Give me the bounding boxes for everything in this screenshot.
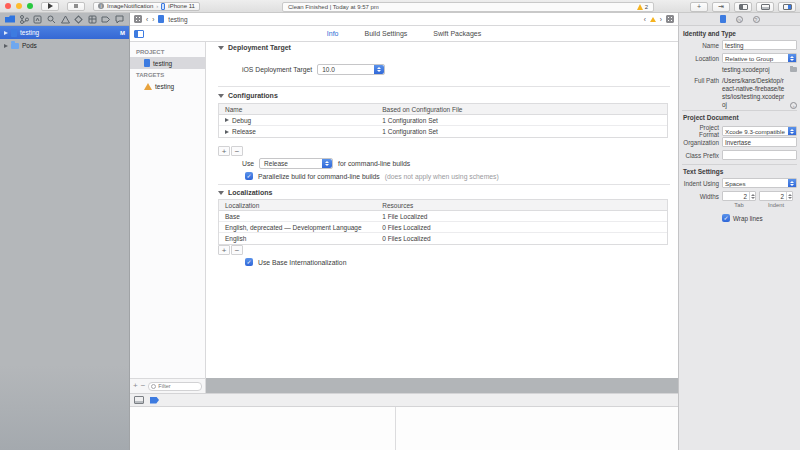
play-icon (48, 3, 53, 9)
reveal-in-finder-icon[interactable]: › (790, 102, 797, 109)
disclosure-icon[interactable] (225, 118, 229, 122)
divider (682, 110, 797, 111)
tab-build-settings[interactable]: Build Settings (365, 30, 408, 37)
disclosure-down-icon[interactable] (218, 191, 224, 195)
localizations-table: Localization Resources Base 1 File Local… (218, 199, 668, 245)
text-settings-header: Text Settings (683, 168, 723, 175)
forward-button[interactable]: › (152, 16, 154, 23)
source-control-navigator-icon[interactable] (20, 15, 29, 24)
tab-info[interactable]: Info (327, 30, 339, 37)
project-navigator-icon[interactable] (5, 15, 15, 23)
name-row: Name testing (679, 40, 800, 50)
target-item[interactable]: testing (130, 80, 205, 92)
toggle-debug-area-button[interactable] (756, 2, 774, 12)
section-configurations[interactable]: Configurations (218, 92, 278, 99)
navigator-item-label: testing (20, 29, 39, 36)
toggle-navigator-button[interactable] (734, 2, 752, 12)
wrap-lines-checkbox[interactable]: ✓ (722, 214, 730, 222)
location-select[interactable]: Relative to Group (722, 53, 797, 63)
tab-width-stepper[interactable]: 2 (722, 191, 756, 201)
dropdown-arrows-icon (788, 127, 796, 135)
report-navigator-icon[interactable] (115, 15, 124, 24)
find-navigator-icon[interactable] (47, 15, 56, 24)
quick-help-inspector-tab-icon[interactable]: ? (753, 16, 760, 23)
add-target-button[interactable]: + (133, 382, 138, 390)
project-format-select[interactable]: Xcode 9.3-compatible (722, 126, 797, 136)
jumpbar-file-name[interactable]: testing (168, 16, 187, 23)
test-navigator-icon[interactable] (74, 15, 83, 24)
related-items-icon[interactable] (134, 15, 142, 23)
disclosure-down-icon[interactable] (218, 46, 224, 50)
table-row[interactable]: English 0 Files Localized (219, 233, 667, 244)
remove-configuration-button[interactable]: − (231, 146, 243, 156)
project-item[interactable]: testing (130, 57, 205, 69)
previous-issue-button[interactable]: ‹ (644, 16, 646, 23)
section-deployment-target[interactable]: Deployment Target (218, 44, 291, 51)
symbol-navigator-icon[interactable] (33, 15, 42, 24)
targets-filter-bar: + − (130, 378, 206, 393)
disclosure-icon[interactable] (4, 44, 8, 48)
disclosure-icon[interactable] (4, 31, 8, 35)
filter-input[interactable] (158, 383, 199, 389)
device-name: iPhone 11 (168, 3, 195, 9)
scheme-selector[interactable]: i ImageNotification › iPhone 11 (93, 2, 200, 11)
history-inspector-tab-icon[interactable]: ◷ (736, 16, 743, 23)
run-button[interactable] (41, 2, 59, 11)
indent-width-value: 2 (780, 193, 784, 200)
code-review-icon[interactable] (666, 15, 674, 23)
issue-navigator-icon[interactable] (61, 15, 70, 24)
breakpoint-navigator-icon[interactable] (101, 16, 110, 23)
navigator-item-testing[interactable]: testing M (0, 26, 129, 39)
toggle-inspector-button[interactable] (778, 2, 796, 12)
disclosure-icon[interactable] (225, 130, 229, 134)
add-configuration-button[interactable]: + (218, 146, 230, 156)
close-window-button[interactable] (5, 3, 11, 9)
table-row[interactable]: Base 1 File Localized (219, 211, 667, 222)
class-prefix-field[interactable] (722, 150, 797, 160)
organization-field[interactable]: Invertase (722, 137, 797, 147)
base-internationalization-checkbox[interactable]: ✓ (245, 258, 253, 266)
navigator-item-pods[interactable]: Pods (0, 39, 129, 52)
navigator-pane-icon (739, 4, 748, 10)
deployment-target-select[interactable]: 10.0 (317, 64, 385, 75)
deployment-target-label: iOS Deployment Target (242, 66, 312, 73)
file-inspector-tab-icon[interactable] (720, 15, 726, 23)
remove-localization-button[interactable]: − (231, 245, 243, 255)
library-button[interactable]: + (690, 2, 708, 12)
next-issue-button[interactable]: › (660, 16, 662, 23)
toggle-targets-list-icon[interactable] (134, 30, 144, 38)
name-field[interactable]: testing (722, 40, 797, 50)
debug-pane-icon (761, 4, 770, 10)
add-localization-button[interactable]: + (218, 245, 230, 255)
full-path-label: Full Path (683, 77, 719, 84)
xcodeproj-icon (144, 59, 150, 67)
table-row[interactable]: Debug 1 Configuration Set (219, 115, 667, 126)
indent-using-select[interactable]: Spaces (722, 178, 797, 188)
debug-navigator-icon[interactable] (88, 15, 97, 24)
breakpoints-toggle-icon[interactable] (150, 397, 159, 404)
remove-target-button[interactable]: − (141, 382, 146, 390)
project-targets-sidebar: PROJECT testing TARGETS testing (130, 42, 206, 378)
identity-header: Identity and Type (683, 30, 736, 37)
back-button[interactable]: ‹ (146, 16, 148, 23)
name-label: Name (683, 42, 719, 49)
table-row[interactable]: English, deprecated — Development Langua… (219, 222, 667, 233)
device-icon (161, 3, 165, 10)
hide-debug-area-icon[interactable] (134, 396, 144, 404)
section-localizations[interactable]: Localizations (218, 189, 272, 196)
disclosure-down-icon[interactable] (218, 94, 224, 98)
choose-location-folder-icon[interactable] (790, 67, 797, 72)
tab-swift-packages[interactable]: Swift Packages (433, 30, 481, 37)
command-line-config-select[interactable]: Release (259, 158, 333, 169)
parallelize-checkbox[interactable]: ✓ (245, 172, 253, 180)
indent-using-value: Spaces (725, 180, 746, 187)
section-title: Deployment Target (228, 44, 291, 51)
warning-badge[interactable]: 2 (637, 4, 648, 10)
table-row[interactable]: Release 1 Configuration Set (219, 126, 667, 137)
indent-width-stepper[interactable]: 2 (759, 191, 793, 201)
debug-area-divider[interactable] (395, 407, 396, 450)
editor-options-button[interactable]: ⇥ (712, 2, 730, 12)
stop-button[interactable] (67, 2, 85, 11)
minimize-window-button[interactable] (16, 3, 22, 9)
zoom-window-button[interactable] (27, 3, 33, 9)
